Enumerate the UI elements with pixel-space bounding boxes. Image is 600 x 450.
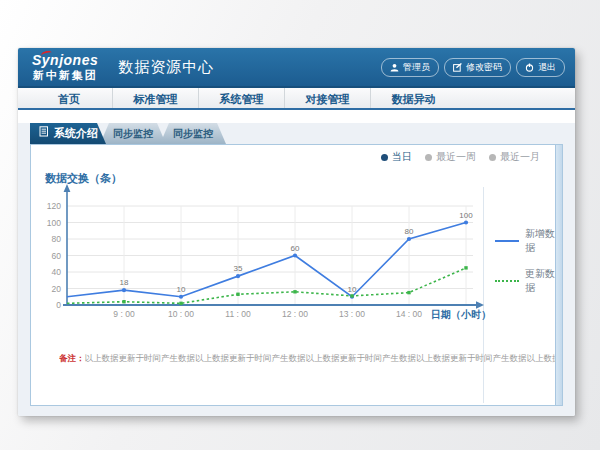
user-icon xyxy=(390,63,399,72)
nav-item-standard-mgmt[interactable]: 标准管理 xyxy=(112,88,198,108)
svg-text:18: 18 xyxy=(120,278,129,287)
svg-text:10: 10 xyxy=(177,285,186,294)
series-legend: 新增数据 更新数据 xyxy=(495,227,562,295)
svg-text:120: 120 xyxy=(47,201,61,211)
page-background: Synjones 新中新集团 数据资源中心 管理员 修改密码 xyxy=(0,0,600,450)
content-area: 系统介绍 同步监控 同步监控 当日 最近一周 xyxy=(18,123,575,416)
user-actions: 管理员 修改密码 退出 xyxy=(381,58,565,77)
logo: Synjones 新中新集团 xyxy=(28,53,102,80)
filter-last-week[interactable]: 最近一周 xyxy=(425,150,476,164)
edit-icon xyxy=(453,63,462,72)
svg-text:0: 0 xyxy=(56,300,61,310)
filter-today-label: 当日 xyxy=(392,150,412,164)
svg-text:80: 80 xyxy=(52,234,62,244)
radio-dot-icon xyxy=(425,154,432,161)
tab-sync-monitor-2[interactable]: 同步监控 xyxy=(160,123,226,144)
nav-item-system-mgmt[interactable]: 系统管理 xyxy=(198,88,284,108)
logout-button[interactable]: 退出 xyxy=(516,58,565,77)
logout-label: 退出 xyxy=(538,61,556,74)
app-header: Synjones 新中新集团 数据资源中心 管理员 修改密码 xyxy=(18,48,575,88)
svg-text:100: 100 xyxy=(459,211,473,220)
current-user-label: 管理员 xyxy=(403,61,430,74)
app-window: Synjones 新中新集团 数据资源中心 管理员 修改密码 xyxy=(18,48,575,416)
footnote-label: 备注： xyxy=(59,353,85,363)
current-user-button[interactable]: 管理员 xyxy=(381,58,439,77)
logo-company-name: 新中新集团 xyxy=(33,69,98,81)
svg-text:10: 10 xyxy=(348,285,357,294)
svg-text:10 : 00: 10 : 00 xyxy=(168,309,194,319)
legend-line-dotted-icon xyxy=(495,280,519,282)
filter-today[interactable]: 当日 xyxy=(381,150,412,164)
filter-last-month[interactable]: 最近一月 xyxy=(489,150,540,164)
document-icon xyxy=(39,123,49,144)
tab-system-intro-label: 系统介绍 xyxy=(54,123,98,144)
power-icon xyxy=(525,63,534,72)
svg-text:40: 40 xyxy=(52,267,62,277)
change-password-button[interactable]: 修改密码 xyxy=(444,58,511,77)
svg-text:日期（小时）: 日期（小时） xyxy=(431,309,491,320)
svg-text:11 : 00: 11 : 00 xyxy=(225,309,251,319)
nav-item-interface-mgmt[interactable]: 对接管理 xyxy=(284,88,370,108)
legend-updated-data[interactable]: 更新数据 xyxy=(495,267,562,295)
tab-sync-monitor-1[interactable]: 同步监控 xyxy=(100,123,166,144)
footnote-text: 以上数据更新于时间产生数据以上数据更新于时间产生数据以上数据更新于时间产生数据以… xyxy=(85,353,556,363)
svg-text:35: 35 xyxy=(234,264,243,273)
app-title: 数据资源中心 xyxy=(118,58,214,77)
change-password-label: 修改密码 xyxy=(466,61,502,74)
radio-dot-icon xyxy=(381,154,388,161)
svg-text:14 : 00: 14 : 00 xyxy=(396,309,422,319)
tab-system-intro[interactable]: 系统介绍 xyxy=(30,123,106,144)
legend-new-data[interactable]: 新增数据 xyxy=(495,227,562,255)
nav-item-home[interactable]: 首页 xyxy=(26,88,112,108)
range-filters: 当日 最近一周 最近一月 xyxy=(381,150,540,164)
footnote: 备注：以上数据更新于时间产生数据以上数据更新于时间产生数据以上数据更新于时间产生… xyxy=(59,353,555,365)
svg-text:12 : 00: 12 : 00 xyxy=(282,309,308,319)
legend-updated-data-label: 更新数据 xyxy=(525,267,562,295)
line-chart: 0204060801001209 : 0010 : 0011 : 0012 : … xyxy=(39,183,569,323)
legend-new-data-label: 新增数据 xyxy=(525,227,562,255)
nav-item-data-change[interactable]: 数据异动 xyxy=(370,88,456,108)
svg-text:100: 100 xyxy=(47,218,61,228)
svg-text:9 : 00: 9 : 00 xyxy=(113,309,135,319)
svg-text:80: 80 xyxy=(405,227,414,236)
svg-text:60: 60 xyxy=(291,244,300,253)
svg-text:20: 20 xyxy=(52,284,62,294)
svg-text:13 : 00: 13 : 00 xyxy=(339,309,365,319)
tab-bar: 系统介绍 同步监控 同步监控 xyxy=(30,123,575,144)
svg-text:60: 60 xyxy=(52,251,62,261)
legend-line-solid-icon xyxy=(495,240,519,242)
radio-dot-icon xyxy=(489,154,496,161)
filter-last-month-label: 最近一月 xyxy=(500,150,540,164)
chart-panel: 当日 最近一周 最近一月 数据交换（条） 0204060801001209 : … xyxy=(30,144,563,406)
main-nav: 首页 标准管理 系统管理 对接管理 数据异动 xyxy=(18,88,575,110)
filter-last-week-label: 最近一周 xyxy=(436,150,476,164)
